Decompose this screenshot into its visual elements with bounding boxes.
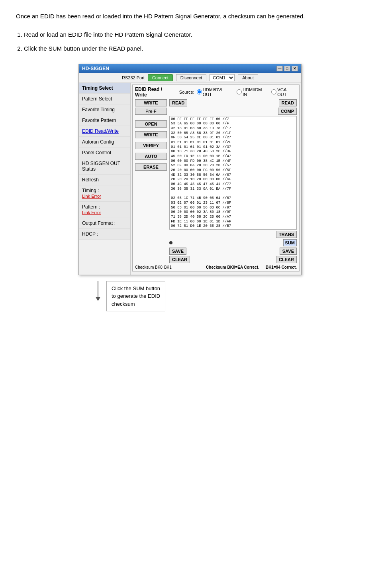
main-layout: Timing Select Pattern Select Favorite Ti… <box>79 83 301 275</box>
checksum-result: Checksum BK0=EA Correct. <box>206 265 259 269</box>
clear-row: CLEAR CLEAR <box>169 256 297 263</box>
read-button[interactable]: READ <box>169 99 187 106</box>
write-panel: WRITE Pre-F OPEN WRITE VERIFY AUTO ERASE <box>135 99 167 263</box>
sidebar-item-timing: Timing : Link Error <box>79 185 130 202</box>
sidebar-label: Pattern Select <box>82 96 112 102</box>
radio-vga-out[interactable]: VGA OUT <box>271 87 297 97</box>
radio-hdmi-dm-in[interactable]: HDMI/DM IN <box>237 87 267 97</box>
content-area: EDID Read / Write Source: HDMI/DVI OUT H… <box>131 83 301 275</box>
rs232-bar: RS232 Port Connect Disconnect COM1: Abou… <box>79 73 301 83</box>
sum-button[interactable]: SUM <box>283 239 297 246</box>
trans-row: TRANS TRANS <box>169 231 297 238</box>
title-bar: HD-SIGGEN — □ ✕ <box>79 64 301 73</box>
restore-button[interactable]: □ <box>284 66 290 71</box>
auto-button[interactable]: AUTO <box>135 153 167 160</box>
radio-label-hdmi-dm-in: HDMI/DM IN <box>243 87 267 97</box>
pattern-link-error[interactable]: Link Error <box>82 210 101 215</box>
sidebar-item-hd-siggen-out-status[interactable]: HD SIGGEN OUT Status <box>79 158 130 175</box>
rs232-label: RS232 Port <box>122 75 145 80</box>
sidebar-item-edid-read-write[interactable]: EDID Read/Write <box>79 126 130 137</box>
edid-header: EDID Read / Write Source: HDMI/DVI OUT H… <box>135 87 297 98</box>
sidebar-label: Pattern : <box>82 204 100 210</box>
save-left-button[interactable]: SAVE <box>169 248 186 255</box>
sidebar-label: Favorite Pattern <box>82 118 116 123</box>
write-button[interactable]: WRITE <box>135 99 167 106</box>
sidebar-label: Panel Control <box>82 150 111 155</box>
com-select[interactable]: COM1: <box>210 74 235 81</box>
source-label: Source: <box>179 90 194 94</box>
sidebar-label: Output Format : <box>82 220 116 226</box>
radio-label-hdmi-dvi-out: HDMI/DVI OUT <box>203 87 233 97</box>
sidebar-item-refresh[interactable]: Refresh <box>79 175 130 185</box>
erase-button[interactable]: ERASE <box>135 163 167 171</box>
checksum-bk0-label: Checksum BK0 <box>135 265 163 269</box>
comp-row: COMP <box>169 108 297 115</box>
sidebar-item-favorite-pattern[interactable]: Favorite Pattern <box>79 115 130 126</box>
sidebar-item-pattern-select[interactable]: Pattern Select <box>79 94 130 104</box>
about-button[interactable]: About <box>238 74 258 81</box>
sidebar-item-hdcp[interactable]: HDCP : <box>79 229 130 240</box>
sidebar-label: HDCP : <box>82 231 98 237</box>
sidebar-label: Favorite Timing <box>82 107 115 112</box>
sum-indicator <box>169 241 172 244</box>
callout-line <box>98 281 98 297</box>
timing-link-error[interactable]: Link Error <box>82 194 101 199</box>
comp-button[interactable]: COMP <box>278 108 297 115</box>
edid-title: EDID Read / Write <box>135 87 175 98</box>
sidebar-item-output-format[interactable]: Output Format : <box>79 218 130 229</box>
minimize-button[interactable]: — <box>276 66 283 71</box>
trans-button[interactable]: TRANS <box>276 231 297 238</box>
sidebar-label: Timing : <box>82 188 99 193</box>
save-row: SAVE SAVE <box>169 248 297 255</box>
sidebar-item-favorite-timing[interactable]: Favorite Timing <box>79 104 130 115</box>
sidebar-item-panel-control[interactable]: Panel Control <box>79 147 130 158</box>
sidebar-item-timing-select[interactable]: Timing Select <box>79 83 130 94</box>
read-panel: READ READ COMP 00 FF FF FF FF FF FF 00 /… <box>169 99 297 263</box>
read-row: READ READ <box>169 99 297 106</box>
verify-button[interactable]: VERIFY <box>135 142 167 149</box>
step-1: Read or load an EDID file into the HD Pa… <box>24 29 364 40</box>
callout-area: Click the SUM button to generate the EDI… <box>16 281 364 312</box>
rw-panels: WRITE Pre-F OPEN WRITE VERIFY AUTO ERASE <box>135 99 297 263</box>
edid-section: EDID Read / Write Source: HDMI/DVI OUT H… <box>132 85 300 271</box>
hex-display: 00 FF FF FF FF FF FF 00 //7 53 3A 65 00 … <box>169 116 297 230</box>
step-2: Click the SUM button under the READ pane… <box>24 43 364 54</box>
save-button[interactable]: SAVE <box>280 248 297 255</box>
callout-text: Click the SUM button to generate the EDI… <box>112 285 160 307</box>
sidebar-label: EDID Read/Write <box>82 128 119 134</box>
callout-arrow <box>96 297 100 301</box>
radio-group: HDMI/DVI OUT HDMI/DM IN VGA OUT <box>197 87 297 97</box>
write2-button[interactable]: WRITE <box>135 131 167 138</box>
sidebar-label: HD SIGGEN OUT Status <box>82 161 120 172</box>
sidebar-label: Timing Select <box>82 85 113 91</box>
radio-hdmi-dvi-out[interactable]: HDMI/DVI OUT <box>197 87 233 97</box>
disconnect-button[interactable]: Disconnect <box>176 74 206 81</box>
clear-left-button[interactable]: CLEAR <box>169 256 190 263</box>
sidebar-label: Refresh <box>82 177 99 183</box>
pre-f-button[interactable]: Pre-F <box>135 108 167 115</box>
checksum-bk1-result: BK1=94 Correct. <box>266 265 297 269</box>
sidebar-item-autorun-config[interactable]: Autorun Config <box>79 137 130 147</box>
intro-paragraph: Once an EDID has been read or loaded int… <box>16 12 364 21</box>
checksum-row: Checksum BK0 BK1 Checksum BK0=EA Correct… <box>135 264 297 269</box>
clear-button[interactable]: CLEAR <box>276 256 297 263</box>
read2-button[interactable]: READ <box>279 99 297 106</box>
app-window: HD-SIGGEN — □ ✕ RS232 Port Connect Disco… <box>78 64 302 275</box>
connect-button[interactable]: Connect <box>148 74 173 81</box>
open-button[interactable]: OPEN <box>135 120 167 128</box>
close-button[interactable]: ✕ <box>292 66 298 71</box>
title-bar-controls: — □ ✕ <box>276 66 298 71</box>
callout-box: Click the SUM button to generate the EDI… <box>106 281 165 312</box>
sum-row: SUM <box>169 239 297 246</box>
sidebar-item-pattern: Pattern : Link Error <box>79 202 130 218</box>
sidebar-label: Autorun Config <box>82 139 114 145</box>
app-title: HD-SIGGEN <box>82 66 109 71</box>
sidebar: Timing Select Pattern Select Favorite Ti… <box>79 83 131 275</box>
checksum-bk1-label: BK1 <box>164 265 172 269</box>
radio-label-vga-out: VGA OUT <box>277 87 297 97</box>
